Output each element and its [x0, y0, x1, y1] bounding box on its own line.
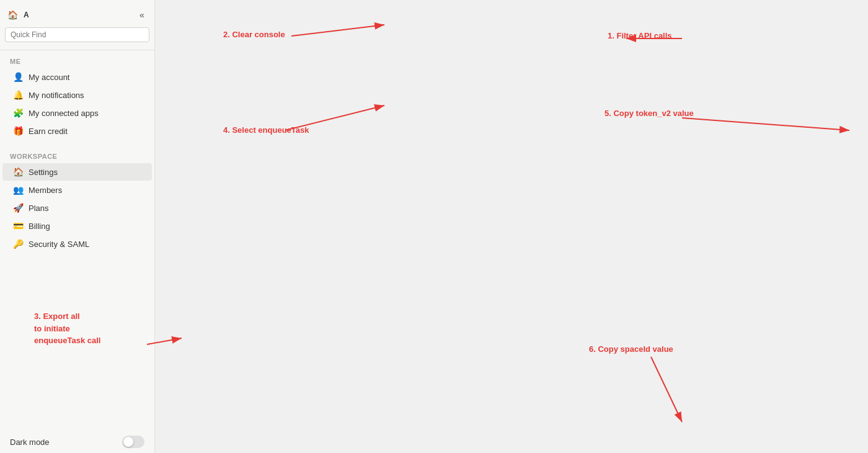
sidebar-search-area — [0, 25, 154, 45]
sidebar-item-my-account[interactable]: 👤 My account — [2, 68, 152, 86]
dark-mode-toggle[interactable] — [122, 436, 144, 448]
security-label: Security & SAML — [29, 240, 89, 249]
svg-line-6 — [651, 357, 682, 422]
annotation-copy-token: 5. Copy token_v2 value — [604, 109, 694, 118]
sidebar-item-my-notifications[interactable]: 🔔 My notifications — [2, 86, 152, 104]
connected-apps-icon: 🧩 — [12, 107, 24, 119]
sidebar-item-settings[interactable]: 🏠 Settings — [2, 163, 152, 181]
sidebar-top-bar: 🏠 A « — [0, 5, 154, 25]
workspace-section-label: WORKSPACE — [0, 150, 154, 163]
billing-icon: 💳 — [12, 220, 24, 231]
annotation-filter-api-calls: 1. Filter API calls — [608, 31, 672, 40]
plans-icon: 🚀 — [12, 202, 24, 213]
search-input[interactable] — [5, 27, 149, 42]
connected-apps-label: My connected apps — [29, 109, 99, 118]
my-account-label: My account — [29, 73, 69, 82]
settings-label: Settings — [29, 168, 58, 177]
security-icon: 🔑 — [12, 238, 24, 249]
my-account-icon: 👤 — [12, 71, 24, 83]
workspace-title: A — [24, 11, 131, 19]
earn-credit-icon: 🎁 — [12, 125, 24, 137]
members-icon: 👥 — [12, 184, 24, 195]
plans-label: Plans — [29, 204, 49, 213]
notifications-label: My notifications — [29, 91, 84, 100]
sidebar-item-my-connected-apps[interactable]: 🧩 My connected apps — [2, 104, 152, 122]
notifications-icon: 🔔 — [12, 89, 24, 101]
sidebar-item-security-saml[interactable]: 🔑 Security & SAML — [2, 235, 152, 253]
sidebar: 🏠 A « ME 👤 My account 🔔 My notifications… — [0, 0, 155, 453]
annotation-copy-spaceid: 6. Copy spaceId value — [589, 344, 673, 354]
annotation-clear-console: 2. Clear console — [223, 30, 285, 39]
toggle-knob — [123, 437, 133, 447]
earn-credit-label: Earn credit — [29, 127, 68, 136]
sidebar-item-plans[interactable]: 🚀 Plans — [2, 199, 152, 217]
settings-icon: 🏠 — [12, 166, 24, 177]
annotation-select-enqueue: 4. Select enqueueTask — [223, 125, 309, 135]
me-section-label: ME — [0, 55, 154, 68]
workspace-icon[interactable]: 🏠 — [5, 7, 20, 22]
svg-line-5 — [682, 118, 849, 130]
svg-line-2 — [291, 25, 384, 36]
dark-mode-row: Dark mode — [0, 431, 154, 453]
sidebar-item-billing[interactable]: 💳 Billing — [2, 217, 152, 235]
collapse-icon[interactable]: « — [135, 7, 149, 22]
sidebar-item-members[interactable]: 👥 Members — [2, 181, 152, 199]
svg-line-4 — [285, 105, 384, 130]
billing-label: Billing — [29, 222, 50, 231]
dark-mode-label: Dark mode — [10, 437, 50, 447]
sidebar-item-earn-credit[interactable]: 🎁 Earn credit — [2, 122, 152, 140]
members-label: Members — [29, 186, 62, 195]
